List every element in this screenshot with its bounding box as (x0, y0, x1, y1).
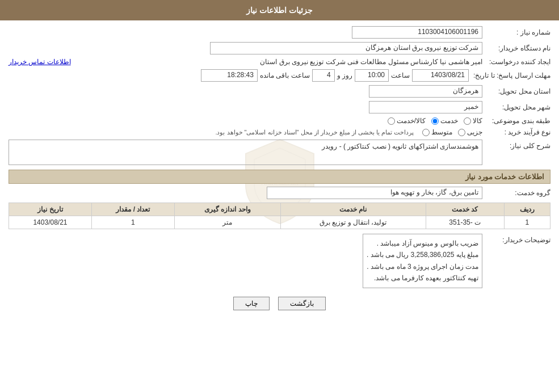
tabaqe-radio-khedmat[interactable] (431, 117, 439, 125)
shomara-niaz-label: شماره نیاز : (482, 28, 550, 36)
ostan-row: استان محل تحویل: هرمزگان (9, 85, 550, 98)
tabaqe-radio-kala-khedmat[interactable] (388, 117, 395, 125)
ijad-konande-row: ایجاد کننده درخواست: امیر هاشمی نیا کارش… (9, 58, 550, 66)
cell-kod: ت -35-351 (426, 216, 504, 229)
nooe-radio-jozi[interactable] (458, 129, 465, 136)
baqi-label: ساعت باقی مانده (260, 71, 310, 79)
shahr-label: شهر محل تحویل: (482, 103, 550, 111)
sharh-textarea[interactable]: هوشمندسازی اشتراکهای ثانویه ( نصب کنتاکت… (9, 140, 482, 165)
ostan-value: هرمزگان (369, 85, 482, 98)
mohlat-date: 1403/08/21 (412, 69, 469, 82)
col-kod: کد خدمت (426, 203, 504, 216)
jozi-label: جزیی (467, 128, 482, 136)
cell-naam: تولید، انتقال و توزیع برق (280, 216, 426, 229)
nooe-jozi: جزیی (458, 128, 482, 136)
tabaqe-kala-khedmat-label: کالا/خدمت (397, 117, 426, 125)
cell-tedad: 1 (91, 216, 174, 229)
mohlat-label: مهلت ارسال پاسخ: تا تاریخ: (469, 71, 550, 79)
nooe-farayand-label: نوع فرآیند خرید : (482, 128, 550, 136)
cell-vahed: متر (174, 216, 280, 229)
ijad-konande-label: ایجاد کننده درخواست: (482, 58, 550, 66)
baqi-value: 18:28:43 (201, 69, 258, 82)
tabaqe-khedmat-label: خدمت (440, 117, 458, 125)
button-row: بازگشت چاپ (9, 297, 550, 310)
col-tarikh: تاریخ نیاز (9, 203, 92, 216)
sharh-label: شرح کلی نیاز: (482, 142, 550, 150)
tawzihat-line: تهیه کنتاکتور بعهده کارفرما می باشد. (367, 272, 478, 284)
table-row: 1ت -35-351تولید، انتقال و توزیع برقمتر11… (9, 216, 550, 229)
nooe-farayand-row: نوع فرآیند خرید : جزیی متوسط پرداخت تمام… (9, 128, 550, 136)
cell-tarikh: 1403/08/21 (9, 216, 92, 229)
ostan-label: استان محل تحویل: (482, 87, 550, 95)
cell-radif: 1 (504, 216, 550, 229)
ijad-konande-value: امیر هاشمی نیا کارشناس مسئول مطالعات فنی… (75, 58, 482, 66)
mohlat-row: مهلت ارسال پاسخ: تا تاریخ: 1403/08/21 سا… (9, 69, 550, 82)
shahr-row: شهر محل تحویل: خمیر (9, 101, 550, 113)
shahr-value: خمیر (369, 101, 482, 113)
tawzihat-line: مبلغ پایه 3,258,386,025 ریال می باشد . (367, 249, 478, 260)
tawzihat-box: ضریب بالوس و مینوس آزاد میباشد .مبلغ پای… (363, 234, 482, 288)
tabaqe-radio-kala[interactable] (464, 117, 471, 125)
rooz-value: 4 (312, 69, 335, 82)
naam-dastgah-label: نام دستگاه خریدار: (482, 44, 550, 52)
tabaqe-option-kala-khedmat: کالا/خدمت (388, 117, 426, 125)
tawzihat-label: توضیحات خریدار: (482, 236, 550, 244)
tabaqe-kala-label: کالا (473, 117, 482, 125)
rooz-label: روز و (337, 71, 352, 79)
saat-value: 10:00 (355, 69, 389, 82)
khadamat-section-title: اطلاعات خدمات مورد نیاز (9, 170, 550, 184)
tawzihat-line: ضریب بالوس و مینوس آزاد میباشد . (367, 238, 478, 249)
tabaqe-option-khedmat: خدمت (431, 117, 458, 125)
gorohe-khedmat-value: تامین برق، گاز، بخار و تهویه هوا (267, 187, 482, 199)
gorohe-khedmat-label: گروه خدمت: (482, 189, 550, 197)
motawaset-label: متوسط (431, 128, 452, 136)
naam-dastgah-value: شرکت توزیع نیروی برق استان هرمزگان (210, 42, 482, 54)
nooe-radio-motawaset[interactable] (422, 129, 430, 136)
saat-label: ساعت (391, 71, 410, 79)
sharh-row: شرح کلی نیاز: هوشمندسازی اشتراکهای ثانوی… (9, 140, 550, 165)
nooe-motawaset: متوسط (422, 128, 452, 136)
khadamat-table: ردیف کد خدمت نام خدمت واحد اندازه گیری ت… (9, 203, 550, 229)
contact-info-link[interactable]: اطلاعات تماس خریدار (9, 58, 71, 66)
naam-dastgah-row: نام دستگاه خریدار: شرکت توزیع نیروی برق … (9, 42, 550, 54)
shomara-niaz-row: شماره نیاز : 1103004106001196 (9, 26, 550, 39)
col-radif: ردیف (504, 203, 550, 216)
col-naam: نام خدمت (280, 203, 426, 216)
back-button[interactable]: بازگشت (278, 297, 326, 310)
shomara-niaz-value: 1103004106001196 (352, 26, 482, 39)
nooe-farayand-radio-group: جزیی متوسط (422, 128, 482, 136)
page-header: جزئیات اطلاعات نیاز (0, 0, 559, 20)
col-tedad: تعداد / مقدار (91, 203, 174, 216)
print-button[interactable]: چاپ (233, 297, 270, 310)
col-vahed: واحد اندازه گیری (174, 203, 280, 216)
tabaqe-option-kala: کالا (464, 117, 482, 125)
nooe-note: پرداخت تمام یا بخشی از مبلغ خریدار از مح… (215, 129, 414, 136)
tawzihat-row: توضیحات خریدار: ضریب بالوس و مینوس آزاد … (9, 234, 550, 288)
tabaqe-radio-group: کالا خدمت کالا/خدمت (388, 117, 482, 125)
tabaqe-row: طبقه بندی موضوعی: کالا خدمت کالا/خدمت (9, 117, 550, 125)
page-title: جزئیات اطلاعات نیاز (246, 6, 313, 15)
tawzihat-line: مدت زمان اجرای پروژه 3 ماه می باشد . (367, 261, 478, 272)
gorohe-khedmat-row: گروه خدمت: تامین برق، گاز، بخار و تهویه … (9, 187, 550, 199)
tabaqe-label: طبقه بندی موضوعی: (482, 117, 550, 125)
